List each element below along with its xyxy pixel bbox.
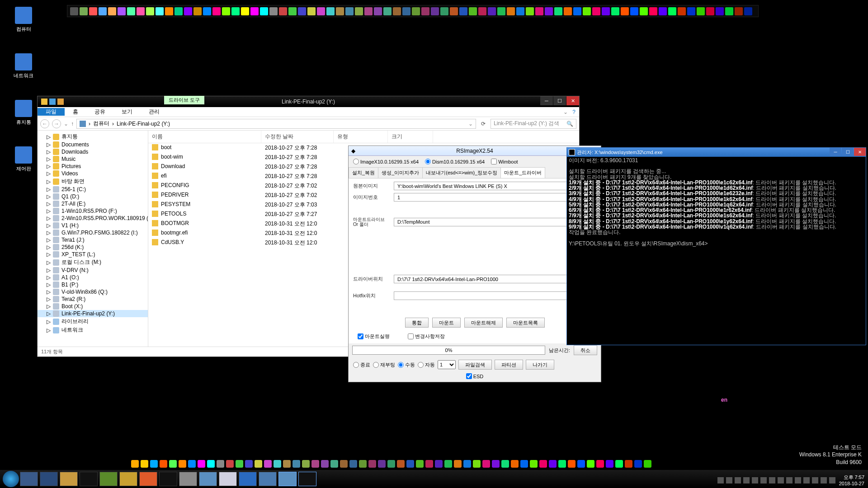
tray-icon-6[interactable]	[769, 477, 775, 483]
shortcut-51[interactable]	[554, 7, 562, 15]
shortcut-28[interactable]	[336, 7, 344, 15]
desktop-icon-휴지통[interactable]: 휴지통	[8, 100, 39, 126]
task-active-explorer[interactable]	[278, 472, 297, 486]
menu-file[interactable]: 파일	[38, 108, 65, 116]
ql-41[interactable]	[520, 460, 528, 468]
tree-Boot (X:)[interactable]: ▷Boot (X:)	[38, 303, 148, 310]
ql-35[interactable]	[463, 460, 471, 468]
task-8[interactable]	[159, 472, 177, 486]
shortcut-46[interactable]	[507, 7, 515, 15]
col-size[interactable]: 크기	[388, 131, 433, 143]
shortcut-37[interactable]	[421, 7, 429, 15]
shortcut-12[interactable]	[184, 7, 192, 15]
tree-256-1 (C:)[interactable]: ▷256-1 (C:)	[38, 186, 148, 193]
shortcut-66[interactable]	[697, 7, 705, 15]
ql-39[interactable]	[501, 460, 509, 468]
tree-B1 (P:)[interactable]: ▷B1 (P:)	[38, 281, 148, 288]
task-10[interactable]	[199, 472, 217, 486]
list-header[interactable]: 이름 수정한 날짜 유형 크기	[148, 131, 579, 143]
shortcut-49[interactable]	[535, 7, 543, 15]
shortcut-58[interactable]	[621, 7, 629, 15]
tray-icon-2[interactable]	[735, 477, 741, 483]
ql-42[interactable]	[530, 460, 538, 468]
shortcut-13[interactable]	[193, 7, 202, 15]
ql-32[interactable]	[435, 460, 443, 468]
refresh-button[interactable]: ⟳	[479, 121, 488, 127]
nav-back-button[interactable]: ←	[40, 119, 49, 128]
task-active-cmd[interactable]	[298, 472, 316, 486]
task-9[interactable]	[179, 472, 197, 486]
ql-23[interactable]	[349, 460, 357, 468]
shortcut-52[interactable]	[564, 7, 572, 15]
shortcut-62[interactable]	[659, 7, 667, 15]
shortcut-10[interactable]	[165, 7, 173, 15]
ql-51[interactable]	[615, 460, 623, 468]
tab-install[interactable]: 설치_복원	[349, 167, 378, 178]
clock-time[interactable]: 오후 7:57	[839, 474, 864, 481]
ql-40[interactable]	[511, 460, 519, 468]
shortcut-2[interactable]	[89, 7, 97, 15]
tree-2-Win10.RS5.PRO.WORK.180919 (G:)[interactable]: ▷2-Win10.RS5.PRO.WORK.180919 (G:)	[38, 215, 148, 222]
breadcrumb[interactable]: › 컴퓨터 › Link-PE-Final-up2 (Y:) ⌄	[76, 119, 476, 129]
shortcut-69[interactable]	[725, 7, 733, 15]
shortcut-32[interactable]	[374, 7, 382, 15]
shortcut-6[interactable]	[127, 7, 135, 15]
shortcut-34[interactable]	[393, 7, 401, 15]
shortcut-30[interactable]	[355, 7, 363, 15]
shortcut-8[interactable]	[146, 7, 154, 15]
tray-icon-1[interactable]	[726, 477, 732, 483]
start-button[interactable]	[3, 471, 19, 487]
shortcut-42[interactable]	[469, 7, 477, 15]
close-button[interactable]: ✕	[566, 96, 579, 105]
tray-icon-10[interactable]	[803, 477, 810, 483]
ql-34[interactable]	[454, 460, 462, 468]
task-2[interactable]	[40, 472, 58, 486]
minimize-button[interactable]: ─	[540, 96, 553, 105]
tree-라이브러리[interactable]: ▷라이브러리	[38, 317, 148, 326]
ql-7[interactable]	[198, 460, 205, 468]
shortcut-65[interactable]	[687, 7, 695, 15]
dialog-titlebar[interactable]: ◆ RSImageX2.54	[349, 146, 601, 156]
nav-history-icon[interactable]: ⌄	[64, 121, 68, 127]
ql-14[interactable]	[264, 460, 272, 468]
ql-17[interactable]	[292, 460, 300, 468]
ql-31[interactable]	[425, 460, 433, 468]
breadcrumb-1[interactable]: 컴퓨터	[93, 120, 109, 127]
ql-53[interactable]	[634, 460, 642, 468]
ql-21[interactable]	[330, 460, 338, 468]
shortcut-36[interactable]	[412, 7, 420, 15]
select-driver-path[interactable]: D:\7\7 1st\2-DRV\x64\x64-Intel-Lan-PRO10…	[394, 275, 596, 283]
ql-8[interactable]	[207, 460, 215, 468]
shortcut-63[interactable]	[668, 7, 676, 15]
ql-50[interactable]	[606, 460, 613, 468]
col-modified[interactable]: 수정한 날짜	[261, 131, 334, 143]
nav-up-button[interactable]: ↑	[71, 121, 74, 127]
select-mount-target[interactable]: D:\TempMount	[394, 218, 596, 226]
ql-43[interactable]	[539, 460, 547, 468]
ql-33[interactable]	[444, 460, 452, 468]
shortcut-39[interactable]	[440, 7, 448, 15]
ql-28[interactable]	[397, 460, 405, 468]
shortcut-7[interactable]	[137, 7, 145, 15]
shortcut-59[interactable]	[630, 7, 638, 15]
ql-0[interactable]	[131, 460, 139, 468]
tree-네트워크[interactable]: ▷네트워크	[38, 326, 148, 334]
radio-exit[interactable]: 종료	[353, 361, 370, 368]
ql-4[interactable]	[169, 460, 177, 468]
shortcut-31[interactable]	[364, 7, 373, 15]
tab-mount[interactable]: 마운트_드라이버	[500, 167, 545, 178]
shortcut-67[interactable]	[706, 7, 714, 15]
check-esd[interactable]: ESD	[349, 373, 601, 379]
btn-integrate[interactable]: 통합	[405, 318, 429, 328]
shortcut-17[interactable]	[231, 7, 240, 15]
col-type[interactable]: 유형	[334, 131, 388, 143]
desktop-icon-제어판[interactable]: 제어판	[8, 146, 39, 172]
shortcut-4[interactable]	[108, 7, 116, 15]
tray-icon-12[interactable]	[821, 477, 827, 483]
ql-27[interactable]	[387, 460, 395, 468]
tree-A1 (O:)[interactable]: ▷A1 (O:)	[38, 274, 148, 281]
ql-18[interactable]	[302, 460, 310, 468]
shortcut-14[interactable]	[203, 7, 211, 15]
task-5[interactable]	[99, 472, 118, 486]
tray-icon-7[interactable]	[778, 477, 784, 483]
